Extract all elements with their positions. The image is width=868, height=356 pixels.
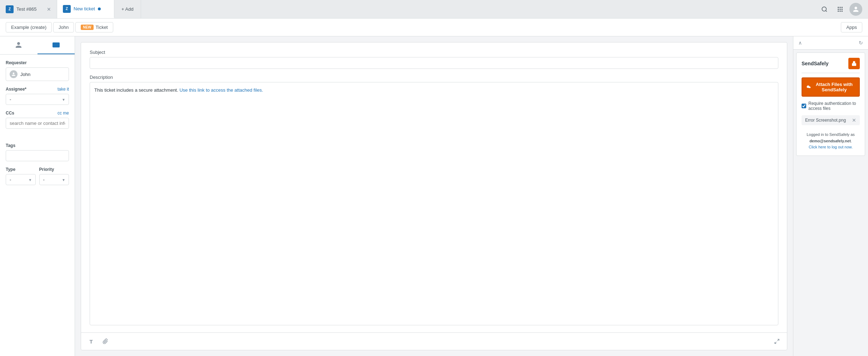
refresh-button[interactable]: ↻: [859, 40, 863, 46]
assignee-select-wrapper: - ▼: [6, 94, 69, 105]
type-label: Type: [6, 167, 36, 172]
paperclip-icon: [103, 339, 108, 344]
description-container: This ticket includes a secure attachment…: [90, 82, 778, 325]
center-content: Subject Description This ticket includes…: [75, 36, 793, 356]
collapse-button[interactable]: ∧: [798, 40, 802, 46]
description-field: Description This ticket includes a secur…: [90, 75, 778, 325]
ticket-form-inner: Subject Description This ticket includes…: [81, 42, 787, 332]
type-select-wrapper: - ▼: [6, 174, 36, 185]
user-icon: [15, 41, 22, 49]
assignee-field: Assignee* take it - ▼: [6, 87, 69, 105]
sidebar-tab-user[interactable]: [0, 36, 38, 54]
user-avatar-button[interactable]: [849, 3, 862, 16]
tab-close-test[interactable]: ✕: [47, 6, 51, 12]
expand-icon: [774, 339, 780, 344]
assignee-select[interactable]: -: [6, 94, 69, 105]
tab-new-ticket[interactable]: Z New ticket: [57, 0, 114, 18]
tab-add-label: + Add: [121, 6, 134, 12]
breadcrumb-example-create[interactable]: Example (create): [6, 22, 52, 32]
svg-line-1: [825, 10, 827, 11]
ccs-label: CCs: [6, 111, 14, 116]
auth-checkbox[interactable]: [802, 103, 806, 108]
text-icon: T: [89, 339, 93, 345]
apps-grid-button[interactable]: [834, 3, 847, 16]
tab-logo-test: Z: [6, 5, 14, 13]
svg-point-0: [822, 7, 826, 11]
sidebar-content: Requester John Assignee* take it: [0, 55, 75, 191]
description-text: This ticket includes a secure attachment…: [94, 87, 179, 93]
take-it-link[interactable]: take it: [58, 87, 69, 92]
subject-field: Subject: [90, 50, 778, 69]
tags-input[interactable]: [6, 150, 69, 161]
tab-bar-actions: [818, 3, 868, 16]
sidebar-tab-ticket[interactable]: [38, 36, 75, 54]
cc-me-link[interactable]: cc me: [58, 111, 69, 116]
requester-avatar: [10, 70, 18, 78]
description-link[interactable]: Use this link to access the attached fil…: [179, 87, 263, 93]
tab-logo-new: Z: [63, 5, 71, 13]
attachment-button[interactable]: [100, 336, 111, 347]
tags-label: Tags: [6, 143, 69, 148]
ccs-input[interactable]: [6, 118, 69, 129]
description-textarea[interactable]: This ticket includes a secure attachment…: [90, 82, 778, 325]
svg-rect-8: [838, 10, 839, 11]
left-sidebar: Requester John Assignee* take it: [0, 36, 75, 356]
ccs-field: CCs cc me: [6, 111, 69, 129]
sendsafely-title: SendSafely: [802, 61, 828, 66]
requester-value: John: [20, 72, 30, 77]
sendsafely-header: SendSafely: [802, 58, 860, 73]
type-priority-row: Type - ▼ Priority - ▼: [6, 167, 69, 185]
breadcrumb-ticket[interactable]: NEW Ticket: [75, 22, 113, 32]
tags-field: Tags: [6, 143, 69, 161]
svg-rect-9: [840, 10, 841, 11]
subject-label: Subject: [90, 50, 778, 55]
svg-rect-7: [842, 9, 843, 10]
svg-line-12: [777, 339, 779, 341]
tab-label-test: Test #865: [16, 6, 36, 12]
description-label: Description: [90, 75, 778, 80]
file-remove-button[interactable]: ✕: [852, 117, 856, 123]
ticket-toolbar: T: [81, 332, 787, 350]
svg-rect-2: [838, 7, 839, 8]
priority-select[interactable]: -: [39, 174, 69, 185]
tab-add[interactable]: + Add: [114, 0, 141, 18]
footer-text-before: Logged in to SendSafely as: [807, 132, 855, 137]
priority-select-wrapper: - ▼: [39, 174, 69, 185]
svg-rect-14: [852, 63, 856, 66]
right-panel: ∧ ↻ SendSafely Attach Files with SendSa: [793, 36, 868, 356]
avatar-icon: [853, 6, 859, 12]
type-select[interactable]: -: [6, 174, 36, 185]
apps-button[interactable]: Apps: [841, 22, 862, 32]
attach-files-button[interactable]: Attach Files with SendSafely: [802, 77, 860, 97]
spacer: [6, 134, 69, 137]
auth-checkbox-row: Require authentication to access files: [802, 101, 860, 111]
svg-rect-3: [840, 7, 841, 8]
right-panel-header: ∧ ↻: [793, 36, 868, 50]
sendsafely-footer: Logged in to SendSafely as demo@sendsafe…: [802, 129, 860, 151]
assignee-label: Assignee*: [6, 87, 26, 92]
assignee-label-row: Assignee* take it: [6, 87, 69, 92]
tab-test-865[interactable]: Z Test #865 ✕: [0, 0, 57, 18]
search-button[interactable]: [818, 3, 831, 16]
ccs-label-row: CCs cc me: [6, 111, 69, 116]
svg-rect-11: [53, 42, 60, 47]
svg-rect-6: [840, 9, 841, 10]
requester-input[interactable]: John: [6, 67, 69, 81]
sidebar-tab-bar: [0, 36, 75, 55]
requester-label: Requester: [6, 60, 69, 65]
apps-button-container: Apps: [841, 22, 862, 32]
auth-checkbox-label: Require authentication to access files: [808, 101, 860, 111]
file-item: Error Screenshot.png ✕: [802, 115, 860, 125]
ticket-form: Subject Description This ticket includes…: [81, 42, 787, 350]
breadcrumb-bar: Example (create) John NEW Ticket Apps: [0, 19, 868, 36]
main-layout: Requester John Assignee* take it: [0, 36, 868, 356]
expand-button[interactable]: [771, 336, 783, 347]
text-format-button[interactable]: T: [85, 336, 97, 347]
footer-logout-link[interactable]: Click here to log out now.: [809, 145, 853, 149]
requester-avatar-icon: [11, 72, 16, 76]
tab-bar: Z Test #865 ✕ Z New ticket + Add: [0, 0, 868, 19]
footer-email: demo@sendsafely.net: [809, 139, 851, 143]
sendsafely-widget: SendSafely Attach Files with SendSafely: [796, 52, 865, 156]
breadcrumb-john[interactable]: John: [53, 22, 74, 32]
subject-input[interactable]: [90, 57, 778, 69]
